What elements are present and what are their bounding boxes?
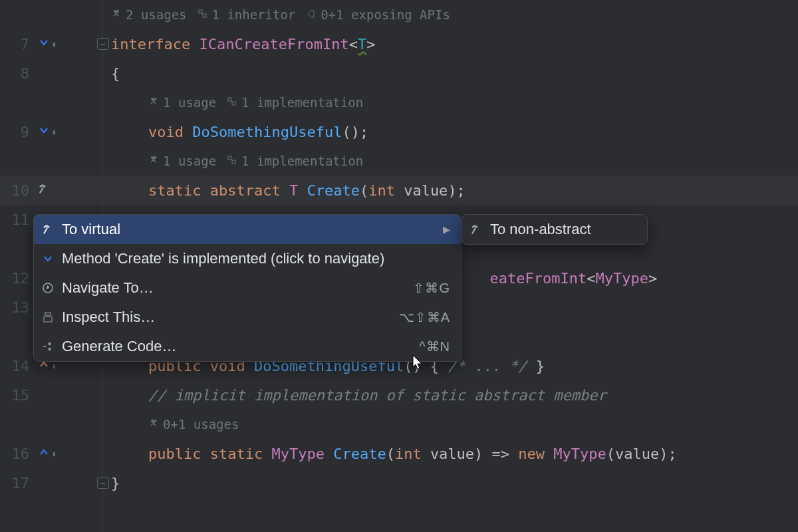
svg-rect-8 [44, 317, 52, 322]
menu-label: Navigate To… [62, 279, 406, 297]
hammer-icon [469, 223, 483, 236]
line-number: 16 [0, 446, 33, 462]
svg-point-10 [49, 348, 51, 350]
inheritor-hint[interactable]: 1 inheritor [212, 7, 296, 22]
fold-toggle-icon[interactable]: − [97, 38, 109, 50]
code-line[interactable]: −} [103, 468, 798, 497]
menu-item-inspect-this[interactable]: Inspect This… ⌥⇧⌘A [34, 303, 461, 332]
usages-hint[interactable]: 1 usage [163, 154, 216, 168]
line-number: 17 [0, 475, 33, 491]
shortcut-label: ⌥⇧⌘A [399, 309, 450, 325]
menu-item-generate-code[interactable]: Generate Code… ^⌘N [34, 332, 461, 361]
generate-icon [41, 340, 55, 353]
line-number: 12 [0, 270, 33, 287]
svg-rect-7 [45, 313, 51, 315]
line-number: 10 [0, 182, 33, 199]
code-line[interactable]: −interface ICanCreateFromInt<T> [103, 29, 798, 59]
svg-rect-1 [203, 14, 206, 17]
menu-label: Generate Code… [62, 338, 412, 355]
code-vision-row[interactable]: 2 usages 1 inheritor 0+1 exposing APIs [103, 0, 798, 29]
code-vision-row[interactable]: 1 usage 1 implementation [103, 146, 798, 176]
line-number: 7 [0, 36, 33, 53]
code-line[interactable]: { [103, 59, 798, 88]
code-line[interactable]: void DoSomethingUseful(); [103, 117, 798, 146]
line-number: 13 [0, 299, 33, 316]
menu-label: Method 'Create' is implemented (click to… [62, 250, 450, 267]
usages-hint[interactable]: 0+1 usages [163, 417, 239, 432]
exposing-hint[interactable]: 0+1 exposing APIs [321, 7, 450, 22]
svg-rect-4 [228, 156, 231, 160]
line-number: 14 [0, 358, 33, 374]
line-number: 11 [0, 211, 33, 228]
menu-label: To virtual [62, 221, 436, 238]
menu-label: To non-abstract [490, 221, 636, 238]
code-line[interactable]: // implicit implementation of static abs… [103, 380, 798, 410]
shortcut-label: ^⌘N [419, 338, 450, 354]
hammer-quickfix-icon[interactable] [37, 182, 51, 199]
menu-item-to-virtual[interactable]: To virtual ▸ [34, 215, 461, 244]
code-vision-row[interactable]: 0+1 usages [103, 410, 798, 439]
tick-icon: ▮ [52, 41, 56, 48]
line-number: 15 [0, 387, 33, 404]
tick-icon: ▮ [52, 128, 56, 136]
implemented-down-icon[interactable] [37, 124, 51, 140]
menu-item-navigate-to[interactable]: Navigate To… ⇧⌘G [34, 273, 461, 303]
usages-hint[interactable]: 1 usage [163, 95, 216, 110]
compass-icon [41, 281, 55, 295]
submenu-arrow-icon: ▸ [443, 221, 450, 238]
menu-item-implemented[interactable]: Method 'Create' is implemented (click to… [34, 244, 461, 273]
line-number: 8 [0, 65, 33, 82]
svg-point-9 [49, 343, 51, 345]
tick-icon: ▮ [52, 450, 56, 458]
inspect-icon [41, 311, 55, 324]
implemented-down-icon [41, 252, 55, 265]
hammer-icon [41, 223, 55, 236]
shortcut-label: ⇧⌘G [413, 280, 450, 296]
fold-toggle-icon[interactable]: − [97, 477, 109, 489]
line-number: 9 [0, 124, 33, 140]
context-submenu: To non-abstract [462, 214, 648, 245]
svg-rect-5 [232, 160, 235, 164]
context-menu: To virtual ▸ Method 'Create' is implemen… [33, 214, 462, 362]
tick-icon: ▮ [52, 362, 56, 370]
impl-hint[interactable]: 1 implementation [241, 95, 363, 110]
usages-hint[interactable]: 2 usages [126, 7, 187, 22]
menu-label: Inspect This… [62, 309, 392, 326]
svg-rect-2 [228, 98, 231, 101]
svg-rect-0 [199, 10, 202, 13]
implemented-down-icon[interactable] [37, 36, 51, 53]
svg-rect-3 [232, 102, 235, 105]
code-line-active[interactable]: static abstract T Create(int value); [103, 176, 798, 205]
implements-up-icon[interactable] [37, 446, 51, 462]
impl-hint[interactable]: 1 implementation [241, 154, 363, 168]
code-vision-row[interactable]: 1 usage 1 implementation [103, 88, 798, 117]
menu-item-to-non-abstract[interactable]: To non-abstract [462, 215, 647, 244]
code-line[interactable]: public static MyType Create(int value) =… [103, 439, 798, 468]
